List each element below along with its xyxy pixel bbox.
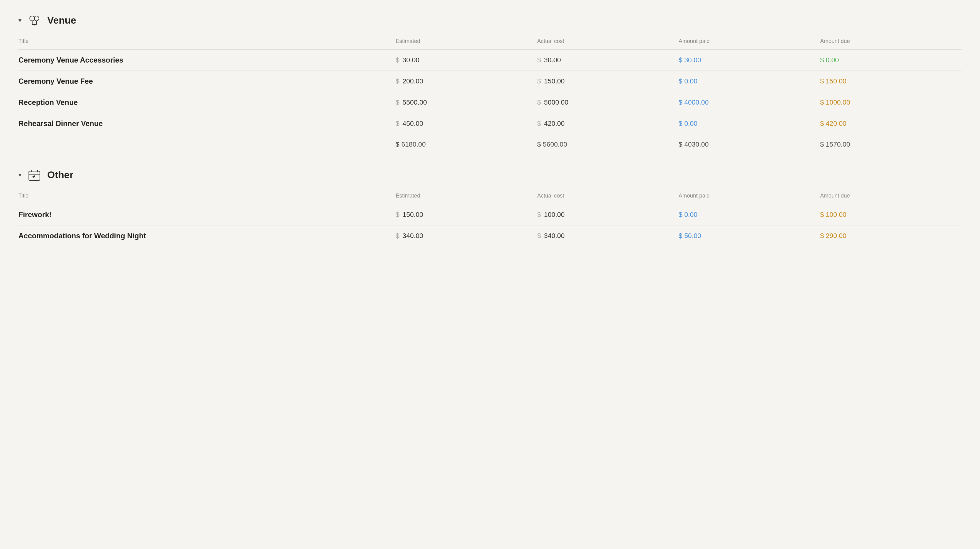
actual-cost-cell: $ 5000.00 — [537, 98, 679, 106]
dollar-icon: $ — [537, 56, 541, 64]
dollar-icon: $ — [537, 232, 541, 240]
estimated-value: 200.00 — [402, 77, 423, 85]
venue-row[interactable]: Ceremony Venue Accessories $ 30.00 $ 30.… — [18, 50, 962, 71]
amount-due-value: $ 150.00 — [820, 77, 846, 85]
total-actual-cost: $ 5600.00 — [537, 140, 567, 148]
estimated-value: 5500.00 — [402, 98, 427, 106]
other-row[interactable]: Firework! $ 150.00 $ 100.00 $ 0.00 $ 100… — [18, 204, 962, 225]
venue-header: ▾ Venue — [18, 12, 962, 28]
actual-cost-cell: $ 340.00 — [537, 232, 679, 240]
dollar-icon: $ — [537, 120, 541, 128]
col-actual-cost: Actual cost — [537, 190, 679, 204]
col-amount-due: Amount due — [820, 36, 962, 50]
venue-section: ▾ Venue Title Estimated Actual cost Amou… — [18, 12, 962, 155]
dollar-icon: $ — [396, 232, 399, 240]
amount-paid-value: $ 0.00 — [679, 77, 697, 85]
venue-row[interactable]: Ceremony Venue Fee $ 200.00 $ 150.00 $ 0… — [18, 71, 962, 92]
actual-cost-cell: $ 150.00 — [537, 77, 679, 85]
amount-paid-value: $ 30.00 — [679, 56, 701, 64]
col-title: Title — [18, 190, 396, 204]
other-chevron[interactable]: ▾ — [18, 171, 21, 179]
venue-icon — [26, 12, 42, 28]
actual-cost-value: 420.00 — [544, 120, 565, 128]
other-header: ▾ Other — [18, 167, 962, 183]
col-amount-paid: Amount paid — [679, 36, 820, 50]
actual-cost-value: 150.00 — [544, 77, 565, 85]
item-title: Accommodations for Wedding Night — [18, 232, 146, 240]
amount-due-value: $ 0.00 — [820, 56, 839, 64]
actual-cost-value: 5000.00 — [544, 98, 568, 106]
col-amount-due: Amount due — [820, 190, 962, 204]
actual-cost-cell: $ 100.00 — [537, 211, 679, 219]
col-title: Title — [18, 36, 396, 50]
estimated-cell: $ 5500.00 — [396, 98, 537, 106]
dollar-icon: $ — [396, 77, 399, 85]
actual-cost-cell: $ 420.00 — [537, 120, 679, 128]
estimated-cell: $ 150.00 — [396, 211, 537, 219]
venue-table: Title Estimated Actual cost Amount paid … — [18, 36, 962, 155]
col-estimated: Estimated — [396, 190, 537, 204]
estimated-value: 30.00 — [402, 56, 420, 64]
amount-due-value: $ 1000.00 — [820, 98, 850, 106]
amount-due-value: $ 290.00 — [820, 232, 846, 240]
dollar-icon: $ — [537, 98, 541, 106]
item-title: Ceremony Venue Fee — [18, 77, 93, 85]
venue-totals-row: $ 6180.00 $ 5600.00 $ 4030.00 $ 1570.00 — [18, 134, 962, 155]
other-table: Title Estimated Actual cost Amount paid … — [18, 190, 962, 246]
dollar-icon: $ — [537, 77, 541, 85]
venue-title: Venue — [47, 15, 76, 26]
actual-cost-cell: $ 30.00 — [537, 56, 679, 64]
actual-cost-value: 340.00 — [544, 232, 565, 240]
estimated-value: 150.00 — [402, 211, 423, 219]
other-table-header: Title Estimated Actual cost Amount paid … — [18, 190, 962, 204]
dollar-icon: $ — [396, 211, 399, 219]
dollar-icon: $ — [396, 56, 399, 64]
item-title: Ceremony Venue Accessories — [18, 56, 123, 64]
other-section: ▾ Other Title Estimated Actual cost Amou… — [18, 167, 962, 246]
total-amount-paid: $ 4030.00 — [679, 140, 709, 148]
col-amount-paid: Amount paid — [679, 190, 820, 204]
estimated-cell: $ 200.00 — [396, 77, 537, 85]
amount-paid-value: $ 4000.00 — [679, 98, 709, 106]
actual-cost-value: 30.00 — [544, 56, 561, 64]
venue-chevron[interactable]: ▾ — [18, 17, 21, 24]
amount-paid-value: $ 0.00 — [679, 211, 697, 218]
item-title: Reception Venue — [18, 98, 78, 106]
dollar-icon: $ — [396, 98, 399, 106]
item-title: Rehearsal Dinner Venue — [18, 119, 103, 128]
estimated-cell: $ 450.00 — [396, 120, 537, 128]
venue-row[interactable]: Rehearsal Dinner Venue $ 450.00 $ 420.00… — [18, 113, 962, 134]
col-estimated: Estimated — [396, 36, 537, 50]
total-estimated: $ 6180.00 — [396, 140, 426, 148]
estimated-value: 450.00 — [402, 120, 423, 128]
amount-due-value: $ 420.00 — [820, 120, 846, 127]
other-title: Other — [47, 169, 73, 181]
estimated-cell: $ 30.00 — [396, 56, 537, 64]
estimated-cell: $ 340.00 — [396, 232, 537, 240]
estimated-value: 340.00 — [402, 232, 423, 240]
amount-due-value: $ 100.00 — [820, 211, 846, 218]
total-amount-due: $ 1570.00 — [820, 140, 850, 148]
item-title: Firework! — [18, 210, 51, 219]
actual-cost-value: 100.00 — [544, 211, 565, 219]
col-actual-cost: Actual cost — [537, 36, 679, 50]
other-icon — [26, 167, 42, 183]
venue-row[interactable]: Reception Venue $ 5500.00 $ 5000.00 $ 40… — [18, 92, 962, 113]
venue-table-header: Title Estimated Actual cost Amount paid … — [18, 36, 962, 50]
amount-paid-value: $ 50.00 — [679, 232, 701, 240]
other-row[interactable]: Accommodations for Wedding Night $ 340.0… — [18, 225, 962, 247]
dollar-icon: $ — [537, 211, 541, 219]
dollar-icon: $ — [396, 120, 399, 128]
amount-paid-value: $ 0.00 — [679, 120, 697, 127]
